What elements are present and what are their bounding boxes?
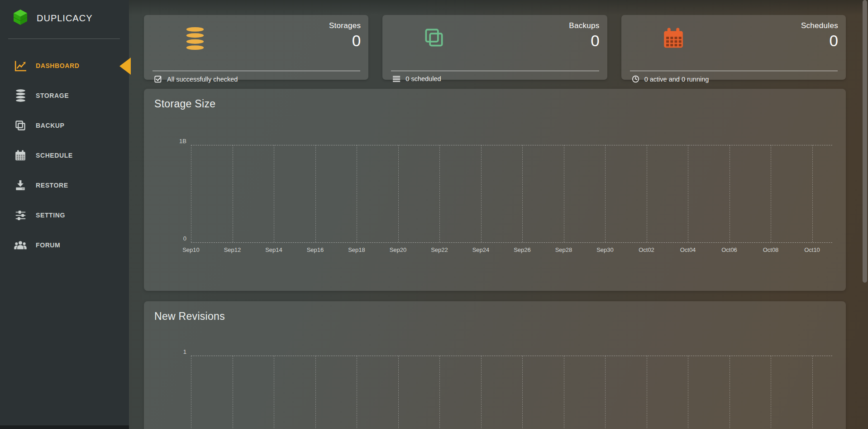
- x-tick-label: Sep18: [339, 246, 375, 253]
- gridline-vertical: [233, 145, 233, 242]
- summary-card-backups[interactable]: Backups 0 0 scheduled: [382, 15, 607, 80]
- y-tick-label: 1B: [159, 137, 186, 145]
- new-revisions-chart: 1: [144, 301, 846, 429]
- gridline-vertical: [398, 356, 399, 429]
- card-divider: [391, 71, 599, 71]
- sidebar-item-label: FORUM: [36, 241, 60, 249]
- gridline-vertical: [647, 145, 647, 242]
- sidebar-item-label: DASHBOARD: [36, 62, 79, 69]
- gridline-vertical: [605, 356, 606, 429]
- gridline-vertical: [812, 145, 813, 242]
- y-tick-label: 0: [159, 235, 186, 242]
- gridline-vertical: [191, 145, 191, 242]
- gridline-vertical: [315, 145, 316, 242]
- gridline-vertical: [481, 145, 482, 242]
- sidebar-item-label: BACKUP: [36, 122, 65, 129]
- gridline-vertical: [398, 145, 399, 242]
- x-tick-label: Oct08: [753, 246, 789, 253]
- sidebar-item-restore[interactable]: RESTORE: [0, 170, 129, 200]
- card-divider: [630, 71, 838, 71]
- download-tray-icon: [13, 179, 28, 191]
- summary-card-schedules[interactable]: Schedules 0 0 active and 0 running: [621, 15, 846, 80]
- x-tick-label: Sep28: [546, 246, 582, 253]
- storage-size-panel: Storage Size 1B0Sep10Sep12Sep14Sep16Sep1…: [144, 89, 846, 291]
- gridline-vertical: [605, 145, 606, 242]
- card-footer-text: 0 scheduled: [405, 75, 441, 82]
- sidebar-item-storage[interactable]: STORAGE: [0, 81, 129, 111]
- gridline-vertical: [522, 145, 523, 242]
- line-chart-icon: [13, 60, 28, 72]
- x-tick-label: Sep16: [297, 246, 334, 253]
- checkbox-checked-icon: [154, 75, 162, 83]
- sidebar-item-forum[interactable]: FORUM: [0, 230, 129, 260]
- x-tick-label: Sep20: [380, 246, 416, 253]
- card-footer-text: All successfully checked: [167, 76, 238, 83]
- card-footer-text: 0 active and 0 running: [644, 76, 709, 83]
- card-label: Backups: [569, 21, 599, 30]
- gridline-vertical: [357, 145, 357, 242]
- clock-icon: [632, 75, 639, 83]
- gridline-horizontal: [191, 145, 832, 145]
- gridline-vertical: [730, 356, 730, 429]
- sidebar-item-label: STORAGE: [36, 92, 69, 99]
- y-tick-label: 1: [159, 348, 186, 356]
- gridline-vertical: [771, 356, 771, 429]
- gridline-vertical: [771, 145, 771, 242]
- gridline-vertical: [481, 356, 482, 429]
- gridline-horizontal: [191, 356, 832, 356]
- x-tick-label: Oct04: [670, 246, 706, 253]
- x-tick-label: Sep12: [215, 246, 251, 253]
- gridline-vertical: [688, 145, 688, 242]
- x-tick-label: Oct06: [711, 246, 748, 253]
- x-tick-label: Sep14: [256, 246, 292, 253]
- card-label: Schedules: [801, 21, 838, 30]
- gridline-vertical: [357, 356, 357, 429]
- gridline-vertical: [564, 356, 564, 429]
- x-tick-label: Sep22: [421, 246, 458, 253]
- gridline-vertical: [730, 145, 730, 242]
- x-tick-label: Sep24: [463, 246, 499, 253]
- sidebar-divider: [8, 39, 120, 39]
- storage-size-chart: 1B0Sep10Sep12Sep14Sep16Sep18Sep20Sep22Se…: [144, 89, 846, 291]
- gridline-vertical: [688, 356, 688, 429]
- x-tick-label: Sep10: [173, 246, 209, 253]
- database-stack-icon: [185, 27, 205, 52]
- sidebar: DUPLICACY DASHBOARD: [0, 0, 129, 429]
- gridline-vertical: [647, 356, 647, 429]
- x-tick-label: Sep26: [504, 246, 540, 253]
- new-revisions-panel: New Revisions 1: [144, 301, 846, 429]
- gridline-vertical: [564, 145, 564, 242]
- copy-icon: [13, 120, 28, 131]
- sidebar-item-label: RESTORE: [36, 182, 68, 189]
- sidebar-bottom-edge: [0, 425, 129, 429]
- x-tick-label: Oct10: [794, 246, 830, 253]
- sidebar-item-setting[interactable]: SETTING: [0, 200, 129, 230]
- summary-card-storages[interactable]: Storages 0 All successfully checked: [144, 15, 368, 80]
- database-icon: [13, 89, 28, 102]
- duplicacy-dashboard: DUPLICACY DASHBOARD: [0, 0, 868, 429]
- gridline-vertical: [274, 145, 274, 242]
- sliders-icon: [13, 210, 28, 221]
- gridline-vertical: [439, 145, 440, 242]
- gridline-vertical: [233, 356, 233, 429]
- main-content: Storages 0 All successfully checked: [129, 0, 868, 429]
- logo[interactable]: DUPLICACY: [13, 9, 92, 27]
- gridline-vertical: [439, 356, 440, 429]
- scrollbar-thumb[interactable]: [863, 0, 867, 283]
- list-icon: [393, 76, 401, 82]
- card-value: 0: [329, 32, 361, 50]
- copy-icon: [423, 27, 445, 50]
- card-value: 0: [569, 32, 599, 50]
- gridline-vertical: [315, 356, 316, 429]
- gridline-vertical: [522, 356, 523, 429]
- gridline-vertical: [191, 356, 191, 429]
- sidebar-item-label: SCHEDULE: [36, 152, 73, 159]
- sidebar-item-backup[interactable]: BACKUP: [0, 111, 129, 140]
- sidebar-item-dashboard[interactable]: DASHBOARD: [0, 51, 129, 81]
- app-title: DUPLICACY: [37, 13, 92, 24]
- users-icon: [13, 241, 28, 250]
- gridline-horizontal: [191, 242, 832, 243]
- x-tick-label: Sep30: [587, 246, 623, 253]
- sidebar-item-schedule[interactable]: SCHEDULE: [0, 140, 129, 170]
- card-divider: [153, 71, 360, 71]
